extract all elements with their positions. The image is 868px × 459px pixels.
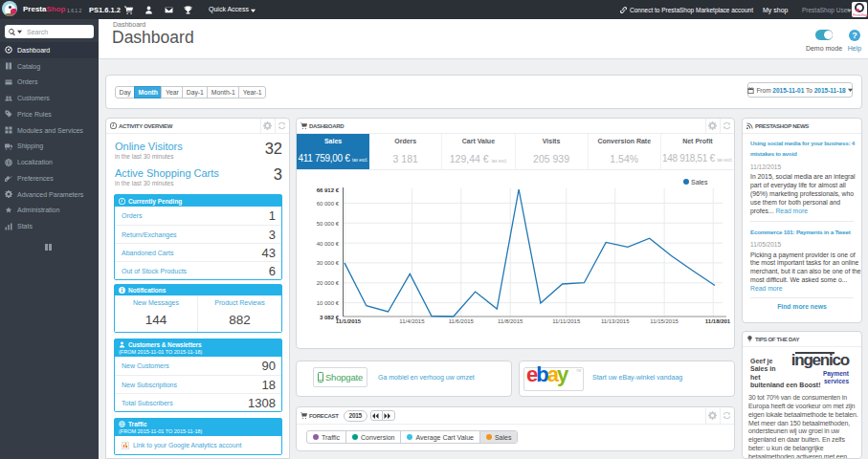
svg-text:11/13/2015: 11/13/2015 xyxy=(601,318,630,324)
svg-text:11/4/2015: 11/4/2015 xyxy=(399,318,425,324)
svg-text:20 000 €: 20 000 € xyxy=(317,280,340,286)
svg-text:50 000 €: 50 000 € xyxy=(317,221,340,227)
svg-text:11/18/201: 11/18/201 xyxy=(705,318,731,324)
svg-text:60 000 €: 60 000 € xyxy=(317,201,340,207)
svg-text:Sales: Sales xyxy=(691,179,708,186)
svg-text:11/15/2015: 11/15/2015 xyxy=(650,318,679,324)
svg-text:30 000 €: 30 000 € xyxy=(317,260,340,266)
svg-text:11/1/2015: 11/1/2015 xyxy=(336,318,362,324)
svg-text:11/8/2015: 11/8/2015 xyxy=(498,318,523,324)
svg-text:11/11/2015: 11/11/2015 xyxy=(552,318,581,324)
svg-text:66 912 €: 66 912 € xyxy=(317,187,340,193)
svg-text:40 000 €: 40 000 € xyxy=(317,241,340,247)
svg-text:11/6/2015: 11/6/2015 xyxy=(449,318,475,324)
svg-text:10 000 €: 10 000 € xyxy=(317,300,340,306)
